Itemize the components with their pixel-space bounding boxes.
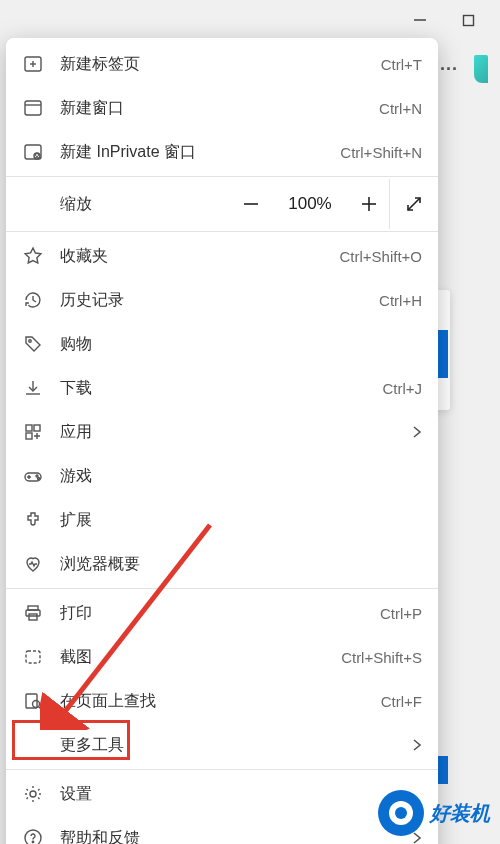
menu-print[interactable]: 打印 Ctrl+P: [6, 591, 438, 635]
svg-point-25: [30, 791, 36, 797]
svg-rect-15: [26, 433, 32, 439]
apps-icon: [22, 421, 44, 443]
new-tab-icon: [22, 53, 44, 75]
star-icon: [22, 245, 44, 267]
menu-apps[interactable]: 应用: [6, 410, 438, 454]
toolbar-right: ···: [432, 52, 488, 86]
menu-shopping[interactable]: 购物: [6, 322, 438, 366]
inprivate-icon: [22, 141, 44, 163]
window-controls: [410, 0, 500, 30]
fullscreen-button[interactable]: [389, 179, 438, 229]
heartbeat-icon: [22, 553, 44, 575]
history-icon: [22, 289, 44, 311]
menu-history[interactable]: 历史记录 Ctrl+H: [6, 278, 438, 322]
menu-separator: [6, 769, 438, 770]
print-icon: [22, 602, 44, 624]
menu-find-on-page[interactable]: 在页面上查找 Ctrl+F: [6, 679, 438, 723]
menu-item-label: 新建窗口: [60, 98, 379, 119]
games-icon: [22, 465, 44, 487]
menu-item-shortcut: Ctrl+T: [381, 56, 422, 73]
chevron-right-icon: [412, 426, 422, 438]
menu-separator: [6, 176, 438, 177]
menu-separator: [6, 588, 438, 589]
svg-point-24: [33, 701, 40, 708]
svg-rect-21: [29, 614, 37, 620]
menu-item-label: 下载: [60, 378, 382, 399]
menu-help-feedback[interactable]: 帮助和反馈: [6, 816, 438, 844]
svg-rect-20: [26, 610, 40, 616]
menu-item-shortcut: Ctrl+Shift+N: [340, 144, 422, 161]
blank-icon: [22, 734, 44, 756]
tag-icon: [22, 333, 44, 355]
help-icon: [22, 827, 44, 844]
menu-item-label: 新建标签页: [60, 54, 381, 75]
menu-item-label: 帮助和反馈: [60, 828, 404, 845]
watermark-text: 好装机: [430, 800, 490, 827]
menu-new-window[interactable]: 新建窗口 Ctrl+N: [6, 86, 438, 130]
menu-item-label: 游戏: [60, 466, 422, 487]
svg-point-18: [38, 478, 40, 480]
main-menu: 新建标签页 Ctrl+T 新建窗口 Ctrl+N 新建 InPrivate 窗口…: [6, 38, 438, 844]
menu-item-shortcut: Ctrl+Shift+S: [341, 649, 422, 666]
menu-more-tools[interactable]: 更多工具: [6, 723, 438, 767]
menu-item-shortcut: Ctrl+P: [380, 605, 422, 622]
zoom-out-button[interactable]: [237, 190, 265, 218]
menu-zoom: 缩放 100%: [6, 179, 438, 229]
menu-item-label: 截图: [60, 647, 341, 668]
watermark: 好装机: [378, 790, 490, 836]
menu-item-label: 收藏夹: [60, 246, 339, 267]
menu-settings[interactable]: 设置: [6, 772, 438, 816]
menu-item-shortcut: Ctrl+J: [382, 380, 422, 397]
menu-new-inprivate[interactable]: 新建 InPrivate 窗口 Ctrl+Shift+N: [6, 130, 438, 174]
zoom-value: 100%: [285, 194, 335, 214]
find-icon: [22, 690, 44, 712]
menu-item-shortcut: Ctrl+F: [381, 693, 422, 710]
menu-item-label: 设置: [60, 784, 422, 805]
menu-item-label: 购物: [60, 334, 422, 355]
menu-item-label: 历史记录: [60, 290, 379, 311]
zoom-controls: 100%: [237, 190, 389, 218]
menu-item-label: 应用: [60, 422, 404, 443]
screenshot-icon: [22, 646, 44, 668]
menu-screenshot[interactable]: 截图 Ctrl+Shift+S: [6, 635, 438, 679]
menu-browser-essentials[interactable]: 浏览器概要: [6, 542, 438, 586]
watermark-logo-icon: [378, 790, 424, 836]
zoom-label: 缩放: [22, 194, 237, 215]
svg-rect-22: [26, 651, 40, 663]
maximize-button[interactable]: [458, 10, 478, 30]
menu-extensions[interactable]: 扩展: [6, 498, 438, 542]
menu-item-label: 扩展: [60, 510, 422, 531]
menu-separator: [6, 231, 438, 232]
svg-point-27: [32, 841, 33, 842]
menu-item-label: 浏览器概要: [60, 554, 422, 575]
menu-favorites[interactable]: 收藏夹 Ctrl+Shift+O: [6, 234, 438, 278]
menu-item-shortcut: Ctrl+Shift+O: [339, 248, 422, 265]
menu-item-label: 在页面上查找: [60, 691, 381, 712]
menu-item-label: 更多工具: [60, 735, 404, 756]
menu-new-tab[interactable]: 新建标签页 Ctrl+T: [6, 42, 438, 86]
menu-games[interactable]: 游戏: [6, 454, 438, 498]
download-icon: [22, 377, 44, 399]
minimize-button[interactable]: [410, 10, 430, 30]
bing-icon[interactable]: [474, 55, 488, 83]
menu-item-label: 打印: [60, 603, 380, 624]
chevron-right-icon: [412, 739, 422, 751]
zoom-in-button[interactable]: [355, 190, 383, 218]
new-window-icon: [22, 97, 44, 119]
menu-item-shortcut: Ctrl+N: [379, 100, 422, 117]
menu-item-shortcut: Ctrl+H: [379, 292, 422, 309]
svg-point-12: [29, 340, 31, 342]
menu-downloads[interactable]: 下载 Ctrl+J: [6, 366, 438, 410]
extensions-icon: [22, 509, 44, 531]
svg-rect-5: [25, 101, 41, 115]
svg-rect-14: [34, 425, 40, 431]
gear-icon: [22, 783, 44, 805]
svg-point-17: [36, 475, 38, 477]
menu-item-label: 新建 InPrivate 窗口: [60, 142, 340, 163]
svg-rect-13: [26, 425, 32, 431]
svg-rect-1: [463, 15, 473, 25]
